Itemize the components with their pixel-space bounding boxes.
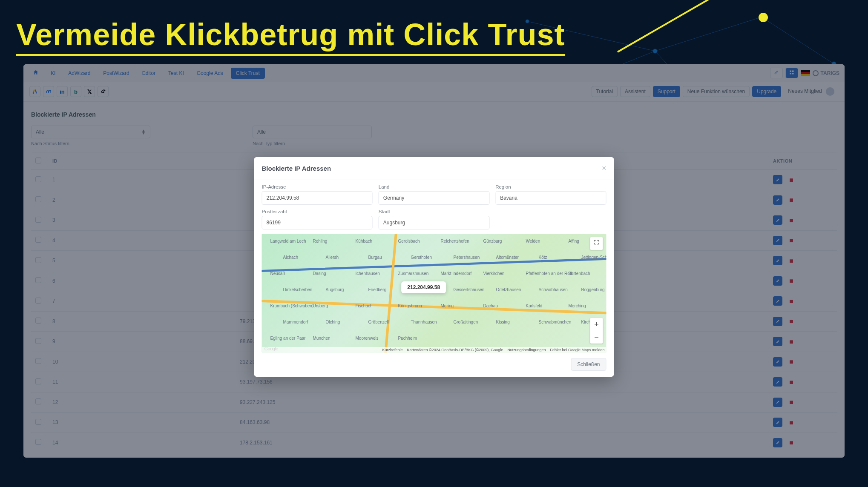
map-place-label: Affing bbox=[569, 239, 579, 244]
map-place-label: Rehling bbox=[313, 239, 328, 244]
map-place-label: Fischach bbox=[356, 304, 373, 308]
map-place-label: Zusmarshausen bbox=[398, 271, 429, 276]
map-zoom-out[interactable]: − bbox=[590, 331, 603, 344]
marketing-headline: Vermeide Klickbetrug mit Click Trust bbox=[16, 17, 565, 56]
map-place-label: Altomünster bbox=[496, 255, 519, 260]
map-place-label: Langweid am Lech bbox=[270, 239, 306, 244]
map-report[interactable]: Fehler bei Google Maps melden bbox=[550, 348, 604, 352]
map-place-label: Günzburg bbox=[483, 239, 502, 244]
map-place-label: Olching bbox=[326, 320, 340, 324]
map-place-label: Friedberg bbox=[368, 287, 387, 292]
map-place-label: München bbox=[313, 336, 331, 341]
map-place-label: Mering bbox=[441, 304, 454, 308]
map-place-label: Schwabmünchen bbox=[539, 320, 572, 324]
lbl-ip: IP-Adresse bbox=[262, 184, 373, 189]
input-stadt[interactable] bbox=[379, 216, 489, 229]
map-place-label: Karlsfeld bbox=[526, 304, 543, 308]
map-place-label: Dachau bbox=[483, 304, 498, 308]
map-place-label: Großaitingen bbox=[454, 320, 478, 324]
input-ip[interactable] bbox=[262, 191, 373, 205]
map-place-label: Moorenweis bbox=[356, 336, 379, 341]
map-zoom-control: + − bbox=[590, 318, 603, 344]
fullscreen-icon bbox=[594, 239, 600, 245]
map-place-label: Ursberg bbox=[313, 304, 328, 308]
input-land[interactable] bbox=[379, 191, 489, 205]
location-map[interactable]: Langweid am LechRehlingKühbachGerolsbach… bbox=[262, 234, 606, 353]
map-place-label: Merching bbox=[569, 304, 586, 308]
map-place-label: Pfaffenhofen an der Roth bbox=[526, 271, 574, 276]
map-place-label: Markt Indersdorf bbox=[441, 271, 472, 276]
dialog-header: Blockierte IP Adressen × bbox=[254, 157, 614, 180]
dialog-close-button[interactable]: Schließen bbox=[571, 358, 606, 371]
lbl-plz: Postleitzahl bbox=[262, 209, 373, 214]
map-place-label: Neusäß bbox=[270, 271, 285, 276]
map-place-label: Burtenbach bbox=[569, 271, 590, 276]
map-place-label: Petershausen bbox=[454, 255, 480, 260]
map-shortcuts[interactable]: Kurzbefehle bbox=[382, 348, 402, 352]
map-place-label: Dinkelscherben bbox=[283, 287, 313, 292]
dialog-footer: Schließen bbox=[254, 353, 614, 372]
map-place-label: Allersh bbox=[326, 255, 339, 260]
lbl-land: Land bbox=[379, 184, 489, 189]
map-place-label: Gerolsbach bbox=[398, 239, 420, 244]
app-screenshot: KI AdWizard PostWizard Editor Test KI Go… bbox=[23, 64, 845, 458]
map-place-label: Gröbenzell bbox=[368, 320, 389, 324]
map-place-label: Schwabhausen bbox=[539, 287, 568, 292]
dialog-title: Blockierte IP Adressen bbox=[262, 165, 331, 172]
map-pin-label: 212.204.99.58 bbox=[401, 281, 446, 293]
map-place-label: Reichertshofen bbox=[441, 239, 469, 244]
map-place-label: Odelzhausen bbox=[496, 287, 521, 292]
map-terms[interactable]: Nutzungsbedingungen bbox=[507, 348, 546, 352]
input-plz[interactable] bbox=[262, 216, 373, 229]
map-place-label: Gessertshausen bbox=[454, 287, 485, 292]
map-place-label: Kissing bbox=[496, 320, 510, 324]
map-place-label: Welden bbox=[526, 239, 540, 244]
input-region[interactable] bbox=[495, 191, 606, 205]
map-place-label: Gersthofen bbox=[411, 255, 432, 260]
ip-detail-dialog: Blockierte IP Adressen × IP-Adresse Land… bbox=[254, 157, 614, 377]
headline-accent-line bbox=[617, 0, 747, 53]
map-place-label: Burgau bbox=[368, 255, 382, 260]
map-place-label: Vierkirchen bbox=[483, 271, 505, 276]
map-data-credit: Kartendaten ©2024 GeoBasis-DE/BKG (©2009… bbox=[407, 348, 503, 352]
dialog-close-x[interactable]: × bbox=[602, 164, 606, 173]
map-place-label: Kötz bbox=[539, 255, 547, 260]
map-zoom-in[interactable]: + bbox=[590, 318, 603, 331]
map-place-label: Ichenhausen bbox=[356, 271, 380, 276]
map-place-label: Dasing bbox=[313, 271, 326, 276]
map-place-label: Königsbrunn bbox=[398, 304, 422, 308]
map-place-label: Kühbach bbox=[356, 239, 372, 244]
map-place-label: Egling an der Paar bbox=[270, 336, 306, 341]
map-place-label: Mammendorf bbox=[283, 320, 308, 324]
marketing-header: Vermeide Klickbetrug mit Click Trust bbox=[0, 0, 868, 64]
map-place-label: Thannhausen bbox=[411, 320, 437, 324]
map-place-label: Krumbach (Schwaben) bbox=[270, 304, 314, 308]
map-place-label: Aichach bbox=[283, 255, 299, 260]
map-fullscreen-button[interactable] bbox=[590, 237, 603, 250]
map-place-label: Puchheim bbox=[398, 336, 417, 341]
map-controls: + − bbox=[590, 237, 603, 344]
headline-accent-dot bbox=[759, 13, 768, 22]
map-attribution: Kurzbefehle Kartendaten ©2024 GeoBasis-D… bbox=[262, 347, 606, 353]
lbl-region: Region bbox=[495, 184, 606, 189]
lbl-stadt: Stadt bbox=[379, 209, 489, 214]
dialog-body: IP-Adresse Land Region Postleitzahl bbox=[254, 180, 614, 353]
map-place-label: Augsburg bbox=[326, 287, 344, 292]
